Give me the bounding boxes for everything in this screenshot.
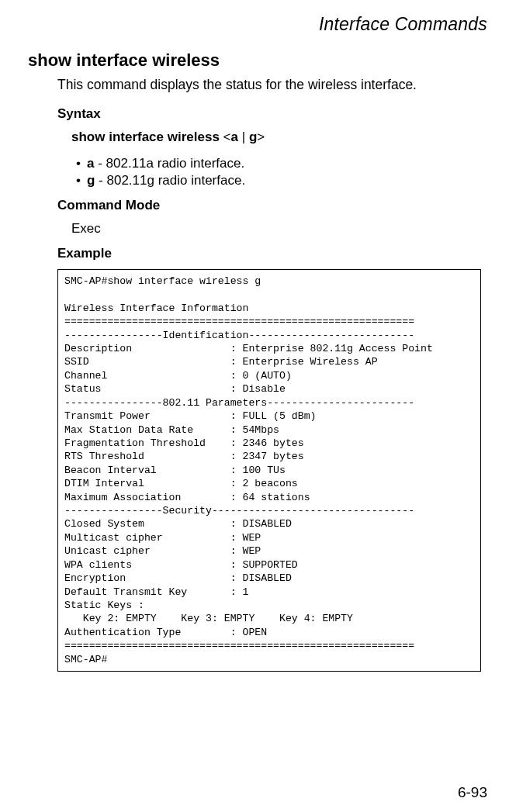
page-title: show interface wireless — [28, 50, 484, 71]
syntax-a: a — [231, 130, 238, 144]
bullet-g-rest: - 802.11g radio interface. — [95, 173, 245, 188]
example-heading: Example — [57, 246, 484, 261]
command-mode-value: Exec — [71, 221, 484, 237]
chapter-header: Interface Commands — [28, 14, 487, 35]
bullet-a-rest: - 802.11a radio interface. — [94, 156, 244, 171]
syntax-command: show interface wireless — [71, 130, 220, 144]
page-number: 6-93 — [458, 784, 487, 801]
bullet-a: a - 802.11a radio interface. — [76, 156, 484, 171]
syntax-pipe: | — [238, 130, 249, 144]
syntax-open-angle: < — [223, 130, 231, 144]
intro-text: This command displays the status for the… — [57, 77, 484, 94]
command-mode-heading: Command Mode — [57, 198, 484, 213]
syntax-bullets: a - 802.11a radio interface. g - 802.11g… — [76, 156, 484, 188]
syntax-heading: Syntax — [57, 106, 484, 122]
bullet-g-letter: g — [87, 173, 95, 188]
syntax-close-angle: > — [257, 130, 265, 144]
syntax-line: show interface wireless <a | g> — [71, 130, 484, 145]
bullet-g: g - 802.11g radio interface. — [76, 173, 484, 188]
syntax-g: g — [249, 130, 257, 144]
terminal-output: SMC-AP#show interface wireless g Wireles… — [57, 269, 481, 672]
